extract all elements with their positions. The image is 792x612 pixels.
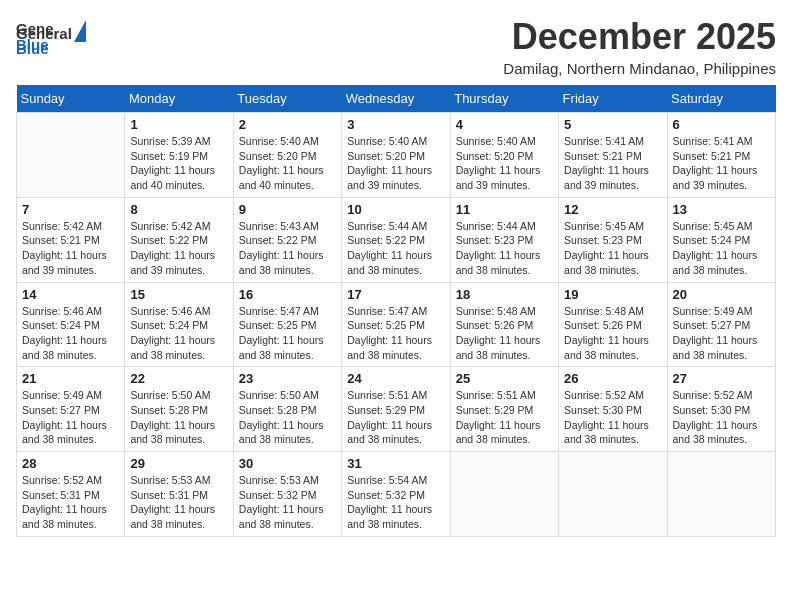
day-number: 5 — [564, 117, 661, 132]
day-info: Sunrise: 5:40 AMSunset: 5:20 PMDaylight:… — [347, 134, 444, 193]
calendar-cell: 31Sunrise: 5:54 AMSunset: 5:32 PMDayligh… — [342, 452, 450, 537]
logo-blue: Blue — [16, 40, 49, 57]
calendar-cell — [667, 452, 775, 537]
calendar-cell: 6Sunrise: 5:41 AMSunset: 5:21 PMDaylight… — [667, 113, 775, 198]
day-info: Sunrise: 5:44 AMSunset: 5:22 PMDaylight:… — [347, 219, 444, 278]
day-info: Sunrise: 5:40 AMSunset: 5:20 PMDaylight:… — [456, 134, 553, 193]
calendar-cell: 7Sunrise: 5:42 AMSunset: 5:21 PMDaylight… — [17, 197, 125, 282]
day-info: Sunrise: 5:50 AMSunset: 5:28 PMDaylight:… — [130, 388, 227, 447]
title-area: December 2025 Damilag, Northern Mindanao… — [503, 16, 776, 77]
day-info: Sunrise: 5:46 AMSunset: 5:24 PMDaylight:… — [130, 304, 227, 363]
day-info: Sunrise: 5:49 AMSunset: 5:27 PMDaylight:… — [22, 388, 119, 447]
location-title: Damilag, Northern Mindanao, Philippines — [503, 60, 776, 77]
calendar-cell: 2Sunrise: 5:40 AMSunset: 5:20 PMDaylight… — [233, 113, 341, 198]
month-title: December 2025 — [503, 16, 776, 58]
calendar-cell — [559, 452, 667, 537]
calendar-cell: 26Sunrise: 5:52 AMSunset: 5:30 PMDayligh… — [559, 367, 667, 452]
weekday-header-saturday: Saturday — [667, 85, 775, 113]
calendar-cell: 24Sunrise: 5:51 AMSunset: 5:29 PMDayligh… — [342, 367, 450, 452]
calendar-cell: 18Sunrise: 5:48 AMSunset: 5:26 PMDayligh… — [450, 282, 558, 367]
day-info: Sunrise: 5:52 AMSunset: 5:31 PMDaylight:… — [22, 473, 119, 532]
day-info: Sunrise: 5:41 AMSunset: 5:21 PMDaylight:… — [673, 134, 770, 193]
calendar-cell: 3Sunrise: 5:40 AMSunset: 5:20 PMDaylight… — [342, 113, 450, 198]
calendar-cell: 20Sunrise: 5:49 AMSunset: 5:27 PMDayligh… — [667, 282, 775, 367]
weekday-header-friday: Friday — [559, 85, 667, 113]
day-number: 14 — [22, 287, 119, 302]
day-info: Sunrise: 5:50 AMSunset: 5:28 PMDaylight:… — [239, 388, 336, 447]
calendar-cell: 16Sunrise: 5:47 AMSunset: 5:25 PMDayligh… — [233, 282, 341, 367]
calendar-cell: 21Sunrise: 5:49 AMSunset: 5:27 PMDayligh… — [17, 367, 125, 452]
day-number: 17 — [347, 287, 444, 302]
day-info: Sunrise: 5:42 AMSunset: 5:21 PMDaylight:… — [22, 219, 119, 278]
day-info: Sunrise: 5:48 AMSunset: 5:26 PMDaylight:… — [456, 304, 553, 363]
day-info: Sunrise: 5:54 AMSunset: 5:32 PMDaylight:… — [347, 473, 444, 532]
calendar-week-1: 1Sunrise: 5:39 AMSunset: 5:19 PMDaylight… — [17, 113, 776, 198]
day-number: 1 — [130, 117, 227, 132]
calendar-cell: 17Sunrise: 5:47 AMSunset: 5:25 PMDayligh… — [342, 282, 450, 367]
day-number: 4 — [456, 117, 553, 132]
day-number: 25 — [456, 371, 553, 386]
calendar-cell: 8Sunrise: 5:42 AMSunset: 5:22 PMDaylight… — [125, 197, 233, 282]
day-info: Sunrise: 5:45 AMSunset: 5:23 PMDaylight:… — [564, 219, 661, 278]
day-number: 21 — [22, 371, 119, 386]
day-number: 30 — [239, 456, 336, 471]
day-info: Sunrise: 5:52 AMSunset: 5:30 PMDaylight:… — [673, 388, 770, 447]
day-info: Sunrise: 5:53 AMSunset: 5:32 PMDaylight:… — [239, 473, 336, 532]
calendar-cell: 12Sunrise: 5:45 AMSunset: 5:23 PMDayligh… — [559, 197, 667, 282]
day-info: Sunrise: 5:47 AMSunset: 5:25 PMDaylight:… — [347, 304, 444, 363]
weekday-header-row: SundayMondayTuesdayWednesdayThursdayFrid… — [17, 85, 776, 113]
calendar-cell: 28Sunrise: 5:52 AMSunset: 5:31 PMDayligh… — [17, 452, 125, 537]
calendar-cell: 23Sunrise: 5:50 AMSunset: 5:28 PMDayligh… — [233, 367, 341, 452]
logo: General Blue General Blue — [16, 16, 86, 57]
calendar-cell: 13Sunrise: 5:45 AMSunset: 5:24 PMDayligh… — [667, 197, 775, 282]
day-number: 2 — [239, 117, 336, 132]
calendar-cell: 19Sunrise: 5:48 AMSunset: 5:26 PMDayligh… — [559, 282, 667, 367]
calendar-week-3: 14Sunrise: 5:46 AMSunset: 5:24 PMDayligh… — [17, 282, 776, 367]
weekday-header-thursday: Thursday — [450, 85, 558, 113]
header: General Blue General Blue December 2025 … — [16, 16, 776, 77]
day-info: Sunrise: 5:51 AMSunset: 5:29 PMDaylight:… — [456, 388, 553, 447]
calendar-cell: 1Sunrise: 5:39 AMSunset: 5:19 PMDaylight… — [125, 113, 233, 198]
calendar-cell: 10Sunrise: 5:44 AMSunset: 5:22 PMDayligh… — [342, 197, 450, 282]
day-number: 26 — [564, 371, 661, 386]
day-number: 7 — [22, 202, 119, 217]
calendar-cell: 4Sunrise: 5:40 AMSunset: 5:20 PMDaylight… — [450, 113, 558, 198]
calendar-week-2: 7Sunrise: 5:42 AMSunset: 5:21 PMDaylight… — [17, 197, 776, 282]
day-info: Sunrise: 5:39 AMSunset: 5:19 PMDaylight:… — [130, 134, 227, 193]
weekday-header-sunday: Sunday — [17, 85, 125, 113]
day-number: 22 — [130, 371, 227, 386]
day-number: 31 — [347, 456, 444, 471]
day-number: 15 — [130, 287, 227, 302]
day-number: 27 — [673, 371, 770, 386]
day-info: Sunrise: 5:53 AMSunset: 5:31 PMDaylight:… — [130, 473, 227, 532]
day-info: Sunrise: 5:51 AMSunset: 5:29 PMDaylight:… — [347, 388, 444, 447]
calendar-cell: 27Sunrise: 5:52 AMSunset: 5:30 PMDayligh… — [667, 367, 775, 452]
calendar-cell — [17, 113, 125, 198]
weekday-header-tuesday: Tuesday — [233, 85, 341, 113]
day-info: Sunrise: 5:40 AMSunset: 5:20 PMDaylight:… — [239, 134, 336, 193]
calendar-cell: 5Sunrise: 5:41 AMSunset: 5:21 PMDaylight… — [559, 113, 667, 198]
calendar-cell: 15Sunrise: 5:46 AMSunset: 5:24 PMDayligh… — [125, 282, 233, 367]
day-number: 12 — [564, 202, 661, 217]
weekday-header-monday: Monday — [125, 85, 233, 113]
day-number: 20 — [673, 287, 770, 302]
day-info: Sunrise: 5:52 AMSunset: 5:30 PMDaylight:… — [564, 388, 661, 447]
day-number: 28 — [22, 456, 119, 471]
day-number: 19 — [564, 287, 661, 302]
day-info: Sunrise: 5:47 AMSunset: 5:25 PMDaylight:… — [239, 304, 336, 363]
calendar-cell: 29Sunrise: 5:53 AMSunset: 5:31 PMDayligh… — [125, 452, 233, 537]
calendar-cell: 9Sunrise: 5:43 AMSunset: 5:22 PMDaylight… — [233, 197, 341, 282]
day-number: 8 — [130, 202, 227, 217]
calendar-week-5: 28Sunrise: 5:52 AMSunset: 5:31 PMDayligh… — [17, 452, 776, 537]
calendar-cell: 22Sunrise: 5:50 AMSunset: 5:28 PMDayligh… — [125, 367, 233, 452]
day-info: Sunrise: 5:49 AMSunset: 5:27 PMDaylight:… — [673, 304, 770, 363]
calendar-cell: 30Sunrise: 5:53 AMSunset: 5:32 PMDayligh… — [233, 452, 341, 537]
weekday-header-wednesday: Wednesday — [342, 85, 450, 113]
day-number: 13 — [673, 202, 770, 217]
calendar-cell — [450, 452, 558, 537]
calendar-cell: 11Sunrise: 5:44 AMSunset: 5:23 PMDayligh… — [450, 197, 558, 282]
calendar-week-4: 21Sunrise: 5:49 AMSunset: 5:27 PMDayligh… — [17, 367, 776, 452]
day-info: Sunrise: 5:41 AMSunset: 5:21 PMDaylight:… — [564, 134, 661, 193]
day-info: Sunrise: 5:48 AMSunset: 5:26 PMDaylight:… — [564, 304, 661, 363]
day-number: 11 — [456, 202, 553, 217]
